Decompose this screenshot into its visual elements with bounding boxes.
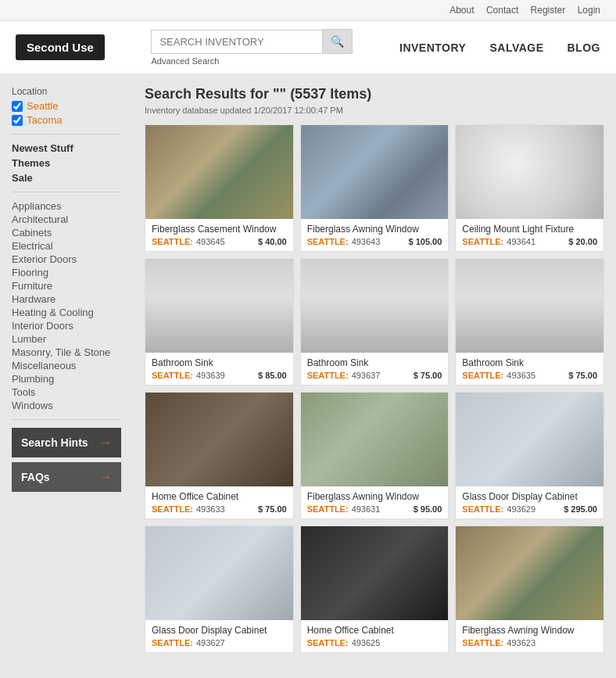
category-link[interactable]: Exterior Doors [12,253,121,265]
category-link[interactable]: Miscellaneous [12,360,121,371]
site-header: Second Use 🔍 Advanced Search INVENTORY S… [0,21,616,74]
product-card[interactable]: Ceiling Mount Light FixtureSEATTLE:49364… [455,124,604,252]
product-meta: SEATTLE:493631$ 95.00 [307,504,442,514]
product-name: Fiberglass Awning Window [462,625,597,636]
seattle-checkbox[interactable] [12,101,23,112]
product-card[interactable]: Fiberglass Awning WindowSEATTLE:493631$ … [300,392,449,519]
search-hints-button[interactable]: Search Hints → [12,428,121,457]
product-price: $ 75.00 [414,371,442,380]
faqs-button[interactable]: FAQs → [12,462,121,492]
category-link[interactable]: Heating & Cooling [12,307,121,318]
nav-salvage[interactable]: SALVAGE [489,41,543,54]
contact-link[interactable]: Contact [486,5,518,16]
product-meta: SEATTLE:493635$ 75.00 [462,371,597,380]
product-sku: 493637 [352,371,381,380]
location-seattle[interactable]: Seattle [12,100,121,112]
category-link[interactable]: Plumbing [12,373,121,385]
category-link[interactable]: Flooring [12,267,121,278]
product-info: Home Office CabinetSEATTLE:493633$ 75.00 [145,486,293,518]
product-name: Home Office Cabinet [152,491,287,502]
search-input[interactable] [151,30,323,54]
location-tacoma[interactable]: Tacoma [12,114,121,126]
product-grid: Fiberglass Casement WindowSEATTLE:493645… [145,124,604,653]
product-sku: 493625 [352,638,381,648]
product-name: Glass Door Display Cabinet [152,625,287,636]
product-info: Home Office CabinetSEATTLE:493625 [301,620,449,652]
advanced-search-link[interactable]: Advanced Search [151,56,353,66]
product-card[interactable]: Bathroom SinkSEATTLE:493637$ 75.00 [300,258,449,386]
product-card[interactable]: Home Office CabinetSEATTLE:493633$ 75.00 [145,392,294,519]
product-info: Fiberglass Awning WindowSEATTLE:493631$ … [301,486,449,518]
sale-link[interactable]: Sale [12,172,121,184]
product-sku: 493629 [507,504,535,514]
product-card[interactable]: Fiberglass Awning WindowSEATTLE:493643$ … [300,124,449,252]
category-link[interactable]: Furniture [12,280,121,292]
product-image [301,125,449,219]
tacoma-label[interactable]: Tacoma [27,114,63,126]
product-name: Fiberglass Casement Window [152,224,287,235]
site-logo[interactable]: Second Use [16,34,105,60]
product-card[interactable]: Bathroom SinkSEATTLE:493635$ 75.00 [455,258,604,386]
product-sku: 493643 [352,237,381,246]
product-meta: SEATTLE:493623 [462,638,597,648]
product-sku: 493645 [196,237,225,246]
category-link[interactable]: Architectural [12,213,121,225]
category-link[interactable]: Lumber [12,333,121,345]
category-link[interactable]: Hardware [12,293,121,305]
search-button[interactable]: 🔍 [323,29,353,54]
product-name: Ceiling Mount Light Fixture [462,224,597,235]
product-meta: SEATTLE:493643$ 105.00 [307,237,442,246]
product-image [456,125,603,219]
category-list: AppliancesArchitecturalCabinetsElectrica… [12,200,121,411]
category-link[interactable]: Tools [12,386,121,398]
product-card[interactable]: Fiberglass Awning WindowSEATTLE:493623 [455,526,604,653]
product-location: SEATTLE: [152,237,193,246]
product-sku: 493641 [507,237,535,246]
product-meta: SEATTLE:493645$ 40.00 [152,237,287,246]
product-card[interactable]: Fiberglass Casement WindowSEATTLE:493645… [145,124,294,252]
faqs-label: FAQs [21,471,50,483]
product-info: Fiberglass Casement WindowSEATTLE:493645… [145,219,293,251]
category-link[interactable]: Cabinets [12,227,121,239]
product-info: Bathroom SinkSEATTLE:493635$ 75.00 [456,353,603,385]
register-link[interactable]: Register [531,5,566,16]
product-info: Bathroom SinkSEATTLE:493639$ 85.00 [145,353,293,385]
seattle-label[interactable]: Seattle [27,100,58,112]
tacoma-checkbox[interactable] [12,115,23,126]
product-meta: SEATTLE:493629$ 295.00 [462,504,597,514]
login-link[interactable]: Login [578,5,600,16]
product-name: Fiberglass Awning Window [307,224,442,235]
category-link[interactable]: Masonry, Tile & Stone [12,346,121,358]
product-meta: SEATTLE:493641$ 20.00 [462,237,597,246]
product-location: SEATTLE: [307,638,349,648]
divider-3 [12,419,121,420]
themes-link[interactable]: Themes [12,157,121,169]
product-info: Glass Door Display CabinetSEATTLE:493627 [145,620,293,652]
nav-blog[interactable]: BLOG [568,41,600,54]
category-link[interactable]: Appliances [12,200,121,212]
product-name: Bathroom Sink [462,357,597,368]
product-card[interactable]: Glass Door Display CabinetSEATTLE:493629… [455,392,604,519]
product-sku: 493623 [507,638,535,648]
product-location: SEATTLE: [462,371,503,380]
product-name: Home Office Cabinet [307,625,442,636]
category-link[interactable]: Electrical [12,240,121,252]
category-link[interactable]: Interior Doors [12,320,121,332]
main-navigation: INVENTORY SALVAGE BLOG [399,41,600,54]
product-location: SEATTLE: [462,638,503,648]
product-image [301,526,449,620]
product-price: $ 95.00 [414,504,442,514]
product-price: $ 20.00 [568,237,597,246]
product-card[interactable]: Home Office CabinetSEATTLE:493625 [300,526,449,653]
product-sku: 493635 [507,371,535,380]
newest-stuff-link[interactable]: Newest Stuff [12,142,121,154]
product-card[interactable]: Glass Door Display CabinetSEATTLE:493627 [145,526,294,653]
about-link[interactable]: About [449,5,474,16]
product-image [456,526,603,620]
product-image [145,526,293,620]
nav-inventory[interactable]: INVENTORY [399,41,466,54]
product-location: SEATTLE: [307,504,349,514]
product-meta: SEATTLE:493625 [307,638,442,648]
category-link[interactable]: Windows [12,400,121,411]
product-card[interactable]: Bathroom SinkSEATTLE:493639$ 85.00 [145,258,294,386]
